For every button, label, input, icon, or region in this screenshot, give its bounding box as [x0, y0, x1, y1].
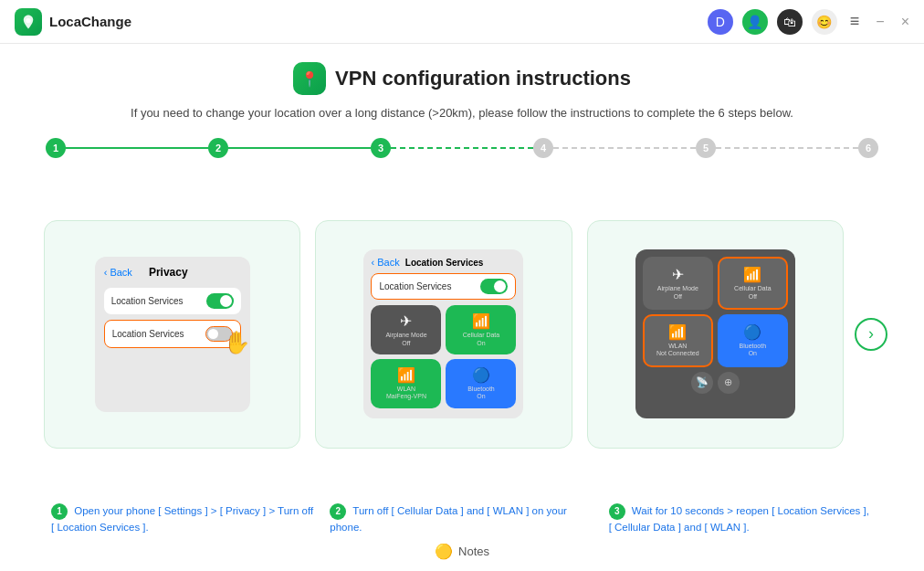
- airplane-icon-3: ✈: [672, 266, 684, 283]
- airplane-label: Airplane ModeOff: [385, 332, 426, 347]
- step-desc-3: 3 Wait for 10 seconds > reopen [ Locatio…: [602, 503, 880, 535]
- control-grid-3: ✈ Airplane ModeOff 📶 Cellular DataOff 📶 …: [643, 257, 788, 367]
- step-line-3-4: [391, 147, 533, 149]
- wifi-icon-3: 📶: [668, 323, 687, 341]
- airplane-label-3: Airplane ModeOff: [657, 285, 698, 301]
- step-2-dot: 2: [208, 138, 228, 158]
- main-content: 📍 VPN configuration instructions If you …: [0, 44, 924, 571]
- card-1-mockup: ‹ Back Privacy Location Services Locatio…: [95, 257, 250, 412]
- wifi-icon: 📶: [397, 366, 415, 384]
- step-desc-2: 2 Turn off [ Cellular Data ] and [ WLAN …: [322, 503, 601, 535]
- step-badge-3: 3: [609, 503, 625, 520]
- bluetooth-icon: 🔵: [472, 366, 490, 384]
- bluetooth-label-3: BluetoothOn: [740, 343, 767, 358]
- toggle-on-2: [480, 279, 508, 294]
- location-services-row-on: Location Services: [104, 288, 241, 314]
- step-descriptions: 1 Open your phone [ Settings ] > [ Priva…: [37, 503, 887, 535]
- airplane-box-3: ✈ Airplane ModeOff: [643, 257, 713, 310]
- loc-services-label: Location Services: [379, 281, 451, 291]
- step-5-dot: 5: [696, 138, 716, 158]
- airdrop-icon: 📡: [691, 372, 713, 394]
- step-text-1: Open your phone [ Settings ] > [ Privacy…: [51, 505, 313, 533]
- bottom-icons: 📡 ⊕: [643, 372, 788, 394]
- cards-area: ‹ Back Privacy Location Services Locatio…: [37, 174, 887, 494]
- cellular-label: Cellular DataOn: [463, 332, 499, 347]
- header-icon: 📍: [293, 62, 326, 95]
- step-badge-2: 2: [330, 503, 346, 520]
- airplane-icon: ✈: [400, 312, 412, 330]
- wlan-label: WLANMaiFeng-VPN: [386, 386, 426, 401]
- card-2-mockup: ‹ Back Location Services Location Servic…: [363, 249, 523, 418]
- bluetooth-box-3: 🔵 BluetoothOn: [718, 314, 788, 367]
- cellular-icon: 📶: [472, 312, 490, 330]
- step-desc-1: 1 Open your phone [ Settings ] > [ Priva…: [44, 503, 322, 535]
- loc-label-1: Location Services: [111, 296, 184, 306]
- cellular-data-box: 📶 Cellular DataOn: [446, 305, 516, 354]
- notes-row: 🟡 Notes: [435, 543, 489, 560]
- next-button[interactable]: ›: [855, 318, 887, 351]
- close-button[interactable]: ×: [901, 14, 909, 30]
- step-3-dot: 3: [371, 138, 391, 158]
- card-3: ✈ Airplane ModeOff 📶 Cellular DataOff 📶 …: [587, 220, 844, 449]
- location-services-row-off: Location Services: [104, 320, 241, 348]
- page-header: 📍 VPN configuration instructions: [293, 62, 631, 95]
- back-btn-2: ‹ Back: [371, 257, 399, 268]
- step-text-3: Wait for 10 seconds > reopen [ Location …: [609, 505, 869, 533]
- loc-label-2: Location Services: [112, 329, 184, 339]
- page-subtitle: If you need to change your location over…: [131, 104, 793, 123]
- control-grid: ✈ Airplane ModeOff 📶 Cellular DataOn 📶 W…: [371, 305, 516, 408]
- user-icon[interactable]: 👤: [742, 9, 768, 35]
- card-2-image: ‹ Back Location Services Location Servic…: [329, 234, 558, 435]
- step-line-2-3: [228, 147, 371, 149]
- notes-icon: 🟡: [435, 543, 453, 560]
- wlan-box: 📶 WLANMaiFeng-VPN: [371, 359, 441, 408]
- step-badge-1: 1: [51, 503, 68, 520]
- card-1-image: ‹ Back Privacy Location Services Locatio…: [58, 234, 287, 435]
- hotspot-icon: ⊕: [718, 372, 740, 394]
- page-title: VPN configuration instructions: [335, 67, 631, 90]
- toggle-on-1: [206, 293, 234, 309]
- cellular-box-3: 📶 Cellular DataOff: [718, 257, 788, 310]
- card-2: ‹ Back Location Services Location Servic…: [315, 220, 572, 449]
- wlan-label-3: WLANNot Connected: [656, 343, 699, 358]
- step-1-dot: 1: [46, 138, 66, 158]
- cellular-icon-3: 📶: [743, 266, 761, 283]
- bluetooth-label: BluetoothOn: [467, 386, 495, 401]
- bluetooth-box: 🔵 BluetoothOn: [446, 359, 516, 408]
- step-line-4-5: [553, 147, 696, 149]
- card-3-mockup: ✈ Airplane ModeOff 📶 Cellular DataOff 📶 …: [635, 249, 795, 418]
- notes-label: Notes: [458, 545, 489, 558]
- titlebar-icons: D 👤 🛍 😊 ≡ − ×: [708, 9, 909, 35]
- step-4-dot: 4: [533, 138, 553, 158]
- airplane-mode-box: ✈ Airplane ModeOff: [371, 305, 441, 354]
- step-6-dot: 6: [858, 138, 878, 158]
- location-services-toggle-row: Location Services: [371, 273, 516, 300]
- screen-title-2: Location Services: [405, 258, 484, 268]
- app-logo: [15, 8, 42, 36]
- wlan-box-3: 📶 WLANNot Connected: [643, 314, 713, 367]
- menu-icon[interactable]: ≡: [850, 12, 860, 31]
- hand-pointer-icon: 🤚: [223, 330, 250, 355]
- cellular-label-3: Cellular DataOff: [734, 285, 771, 301]
- message-icon[interactable]: 😊: [812, 9, 837, 35]
- step-line-5-6: [716, 147, 858, 149]
- back-btn-1: ‹ Back: [104, 267, 132, 278]
- discord-icon[interactable]: D: [708, 9, 733, 35]
- screen-title-1: Privacy: [149, 266, 188, 279]
- minimize-button[interactable]: −: [876, 14, 884, 30]
- card-1: ‹ Back Privacy Location Services Locatio…: [44, 220, 300, 449]
- bag-icon[interactable]: 🛍: [777, 9, 803, 35]
- bluetooth-icon-3: 🔵: [743, 323, 761, 341]
- card-3-image: ✈ Airplane ModeOff 📶 Cellular DataOff 📶 …: [601, 234, 830, 435]
- step-text-2: Turn off [ Cellular Data ] and [ WLAN ] …: [330, 505, 567, 533]
- step-line-1-2: [66, 147, 208, 149]
- app-name: LocaChange: [49, 14, 708, 29]
- titlebar: LocaChange D 👤 🛍 😊 ≡ − ×: [0, 0, 924, 44]
- step-progress: 1 2 3 4 5 6: [37, 138, 887, 158]
